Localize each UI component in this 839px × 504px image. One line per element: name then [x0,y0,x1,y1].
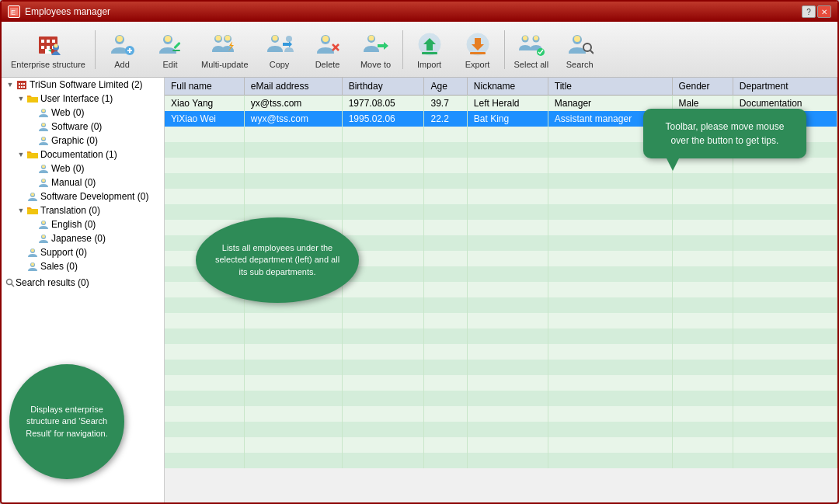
empty-cell [672,189,733,204]
svg-point-28 [272,35,277,40]
empty-cell [424,313,467,328]
tree-toggle-documentation[interactable]: ▼ [16,149,26,160]
documentation-label: Documentation (1) [40,149,117,160]
empty-cell [244,453,342,468]
move-to-button[interactable]: Move to [353,25,399,75]
tree-item-ui-graphic[interactable]: Graphic (0) [2,134,164,148]
spacer-ui-web [26,107,37,118]
tree-item-root[interactable]: ▼ TriSun Software Limited (2) [2,78,164,92]
translation-label: Translation (0) [40,205,100,216]
table-cell: Xiao Yang [165,96,244,112]
svg-rect-53 [21,83,23,85]
tree-toggle-translation[interactable]: ▼ [16,205,26,216]
svg-rect-5 [52,40,55,43]
empty-cell [244,127,342,142]
empty-cell [342,142,424,158]
empty-cell [733,220,837,235]
edit-button[interactable]: Edit [147,25,193,75]
sales-label: Sales (0) [40,261,78,272]
tree-item-ui-software[interactable]: Software (0) [2,120,164,134]
tree-item-translation[interactable]: ▼ Translation (0) [2,203,164,217]
empty-cell [424,360,467,375]
empty-cell [733,158,837,173]
empty-cell [548,375,672,391]
ui-label: User Interface (1) [40,93,113,104]
tree-item-ui[interactable]: ▼ User Interface (1) [2,92,164,106]
tree-item-ui-web[interactable]: Web (0) [2,106,164,120]
enterprise-structure-label: Enterprise structure [11,60,85,69]
enterprise-structure-button[interactable]: Enterprise structure [5,25,92,75]
table-cell: 1995.02.06 [342,111,424,127]
tree-item-software-dev[interactable]: Software Development (0) [2,189,164,203]
empty-cell [467,391,548,406]
ui-software-label: Software (0) [51,121,102,132]
table-cell: 1977.08.05 [342,96,424,112]
empty-cell [548,204,672,220]
add-button[interactable]: Add [99,25,145,75]
svg-rect-51 [17,81,26,89]
svg-rect-65 [27,153,38,158]
title-buttons: ? ✕ [802,5,831,18]
empty-cell [672,266,733,282]
empty-cell [467,297,548,313]
empty-row [165,313,837,328]
empty-cell [342,328,424,344]
svg-text:E: E [11,9,16,16]
empty-cell [467,204,548,220]
tree-item-support[interactable]: Support (0) [2,245,164,259]
empty-cell [467,189,548,204]
tree-item-japanese[interactable]: Japanese (0) [2,231,164,245]
svg-point-67 [42,165,45,169]
empty-cell [467,142,548,158]
empty-cell [548,266,672,282]
svg-rect-57 [23,86,25,88]
svg-point-62 [42,123,45,127]
empty-row [165,406,837,422]
export-button[interactable]: Export [454,25,501,75]
empty-cell [467,313,548,328]
empty-cell [467,406,548,422]
close-button[interactable]: ✕ [817,5,831,18]
app-icon: E [8,5,20,18]
tree-toggle-ui[interactable]: ▼ [16,93,26,104]
copy-button[interactable]: Copy [256,25,303,75]
spacer-support [16,247,26,258]
tree-item-doc-web[interactable]: Web (0) [2,162,164,176]
empty-cell [548,328,672,344]
empty-cell [548,406,672,422]
tree-item-sales[interactable]: Sales (0) [2,259,164,273]
col-nickname: Nickname [467,78,548,96]
search-toolbar-button[interactable]: Search [556,25,603,75]
tree-item-doc-manual[interactable]: Manual (0) [2,176,164,189]
tree-item-documentation[interactable]: ▼ Documentation (1) [2,148,164,162]
tree-item-search-results[interactable]: Search results (0) [2,276,164,289]
edit-label: Edit [163,60,178,69]
empty-cell [548,158,672,173]
help-button[interactable]: ? [802,5,816,18]
import-button[interactable]: Import [406,25,453,75]
col-birthday: Birthday [342,78,424,96]
empty-cell [165,422,244,437]
spacer-ui-graphic [26,135,37,146]
divider-1 [95,30,96,69]
empty-cell [467,422,548,437]
empty-cell [424,406,467,422]
delete-button[interactable]: Delete [305,25,351,75]
tree-toggle-root[interactable]: ▼ [5,79,16,90]
empty-row [165,328,837,344]
company-icon [16,78,28,91]
empty-cell [733,375,837,391]
empty-cell [467,437,548,453]
multi-update-button[interactable]: Multi-update [195,25,255,75]
empty-cell [424,251,467,266]
empty-cell [467,375,548,391]
empty-cell [733,204,837,220]
svg-rect-72 [27,209,38,214]
empty-row [165,375,837,391]
empty-cell [424,204,467,220]
tree-item-english[interactable]: English (0) [2,217,164,231]
select-all-button[interactable]: Select all [508,25,555,75]
empty-cell [672,220,733,235]
empty-cell [467,127,548,142]
svg-point-81 [7,280,12,285]
